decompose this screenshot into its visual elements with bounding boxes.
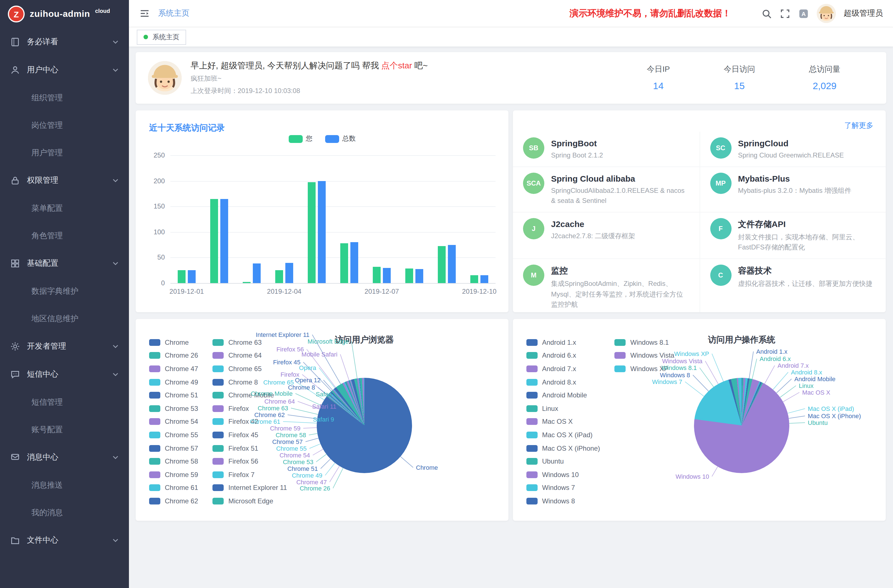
feature-badge: MP (710, 172, 731, 194)
collapse-menu-icon[interactable] (139, 8, 150, 19)
legend-item[interactable]: Microsoft Edge (213, 495, 287, 508)
more-link[interactable]: 了解更多 (844, 120, 873, 131)
breadcrumb[interactable]: 系统主页 (158, 8, 189, 18)
legend-item[interactable]: Android 8.x (526, 376, 600, 389)
legend-swatch (149, 339, 160, 346)
legend-item[interactable]: Chrome 63 (213, 336, 287, 349)
sidebar-item[interactable]: 文件中心 (0, 526, 129, 554)
message-icon (10, 452, 20, 462)
sidebar-subitem[interactable]: 地区信息维护 (0, 305, 129, 332)
sidebar-item[interactable]: 短信中心 (0, 361, 129, 388)
bar-legend-item[interactable]: 总数 (325, 134, 356, 143)
logo[interactable]: Z zuihou-admin cloud (0, 0, 129, 28)
sidebar-subitem[interactable]: 短信管理 (0, 388, 129, 416)
legend-item[interactable]: Linux (526, 402, 600, 415)
os-pie (694, 378, 789, 473)
legend-item[interactable]: Chrome 65 (213, 362, 287, 375)
bar-legend: 您总数 (136, 134, 508, 143)
feature-desc: Spring Boot 2.1.2 (551, 150, 603, 161)
sidebar-subitem[interactable]: 岗位管理 (0, 111, 129, 139)
star-link[interactable]: 点个star (381, 60, 412, 70)
user-name[interactable]: 超级管理员 (844, 8, 883, 18)
legend-item[interactable]: Chrome 8 (213, 376, 287, 389)
legend-label: Windows 8.1 (630, 338, 669, 346)
sidebar-item[interactable]: 基础配置 (0, 250, 129, 277)
legend-item[interactable]: Firefox (213, 402, 287, 415)
sidebar-item-label: 开发者管理 (27, 341, 66, 352)
sidebar-subitem[interactable]: 我的消息 (0, 499, 129, 526)
legend-item[interactable]: Mac OS X (526, 415, 600, 428)
legend-item[interactable]: Android 1.x (526, 336, 600, 349)
legend-item[interactable]: Chrome 51 (149, 389, 198, 402)
search-icon[interactable] (761, 8, 772, 19)
legend-item[interactable]: Mac OS X (iPhone) (526, 442, 600, 455)
legend-item[interactable]: Chrome 59 (149, 468, 198, 481)
sidebar-item[interactable]: 消息中心 (0, 444, 129, 471)
y-axis-label: 150 (142, 202, 165, 210)
legend-item[interactable]: Firefox 56 (213, 455, 287, 468)
bar (405, 269, 413, 283)
legend-item[interactable]: Chrome 53 (149, 402, 198, 415)
sidebar-item[interactable]: 用户中心 (0, 56, 129, 84)
legend-item[interactable]: Ubuntu (526, 455, 600, 468)
legend-item[interactable]: Chrome Mobile (213, 389, 287, 402)
legend-item[interactable]: Chrome 61 (149, 481, 198, 495)
legend-swatch (213, 498, 224, 504)
bar-legend-item[interactable]: 您 (289, 134, 313, 143)
legend-item[interactable]: Chrome 58 (149, 455, 198, 468)
legend-item[interactable]: Android 7.x (526, 362, 600, 375)
sidebar-subitem[interactable]: 用户管理 (0, 139, 129, 167)
user-avatar[interactable] (817, 4, 836, 23)
legend-item[interactable]: Chrome (149, 336, 198, 349)
feature-desc: 虚拟化容器技术，让迁移、部署更加方便快捷 (738, 278, 872, 289)
legend-item[interactable]: Chrome 49 (149, 376, 198, 389)
sidebar-subitem[interactable]: 账号配置 (0, 416, 129, 444)
legend-item[interactable]: Firefox 42 (213, 415, 287, 428)
bar (480, 275, 488, 283)
legend-item[interactable]: Chrome 62 (149, 495, 198, 508)
sidebar-subitem[interactable]: 消息推送 (0, 471, 129, 499)
legend-item[interactable]: Chrome 26 (149, 349, 198, 362)
sidebar-subitem[interactable]: 菜单配置 (0, 194, 129, 222)
gridline (170, 155, 496, 156)
tab-home[interactable]: 系统主页 (137, 29, 186, 45)
legend-label: Windows Vista (630, 352, 674, 359)
bar (383, 268, 391, 283)
legend-item[interactable]: Windows XP (615, 362, 674, 375)
sidebar-item-label: 文件中心 (27, 535, 58, 545)
legend-item[interactable]: Chrome 57 (149, 442, 198, 455)
sms-icon (10, 369, 20, 379)
legend-item[interactable]: Windows 10 (526, 468, 600, 481)
sidebar-subitem[interactable]: 角色管理 (0, 222, 129, 250)
legend-swatch (213, 352, 224, 359)
legend-item[interactable]: Windows Vista (615, 349, 674, 362)
folder-icon (10, 535, 20, 545)
legend-item[interactable]: Chrome 54 (149, 415, 198, 428)
feature-title: SpringCloud (738, 138, 844, 148)
fullscreen-icon[interactable] (780, 8, 791, 19)
lock-icon (10, 176, 20, 185)
legend-item[interactable]: Windows 8.1 (615, 336, 674, 349)
chevron-down-icon (112, 454, 119, 461)
legend-item[interactable]: Windows 8 (526, 495, 600, 508)
legend-item[interactable]: Internet Explorer 11 (213, 481, 287, 495)
legend-item[interactable]: Android Mobile (526, 389, 600, 402)
sidebar-item[interactable]: 务必详看 (0, 28, 129, 56)
legend-item[interactable]: Android 6.x (526, 349, 600, 362)
legend-item[interactable]: Firefox 7 (213, 468, 287, 481)
legend-item[interactable]: Chrome 64 (213, 349, 287, 362)
sidebar-subitem[interactable]: 数据字典维护 (0, 277, 129, 305)
legend-item[interactable]: Firefox 51 (213, 442, 287, 455)
legend-item[interactable]: Windows 7 (526, 481, 600, 495)
legend-item[interactable]: Chrome 47 (149, 362, 198, 375)
legend-item[interactable]: Chrome 55 (149, 428, 198, 441)
legend-item[interactable]: Mac OS X (iPad) (526, 428, 600, 441)
bar-group (463, 275, 496, 283)
legend-item[interactable]: Firefox 45 (213, 428, 287, 441)
sidebar-subitem[interactable]: 组织管理 (0, 84, 129, 111)
feature-text: J2cacheJ2cache2.7.8: 二级缓存框架 (551, 218, 635, 253)
sidebar-item[interactable]: 权限管理 (0, 167, 129, 194)
sidebar-item-label: 务必详看 (27, 37, 58, 47)
sidebar-item[interactable]: 开发者管理 (0, 332, 129, 361)
font-size-icon[interactable]: A (798, 8, 809, 19)
